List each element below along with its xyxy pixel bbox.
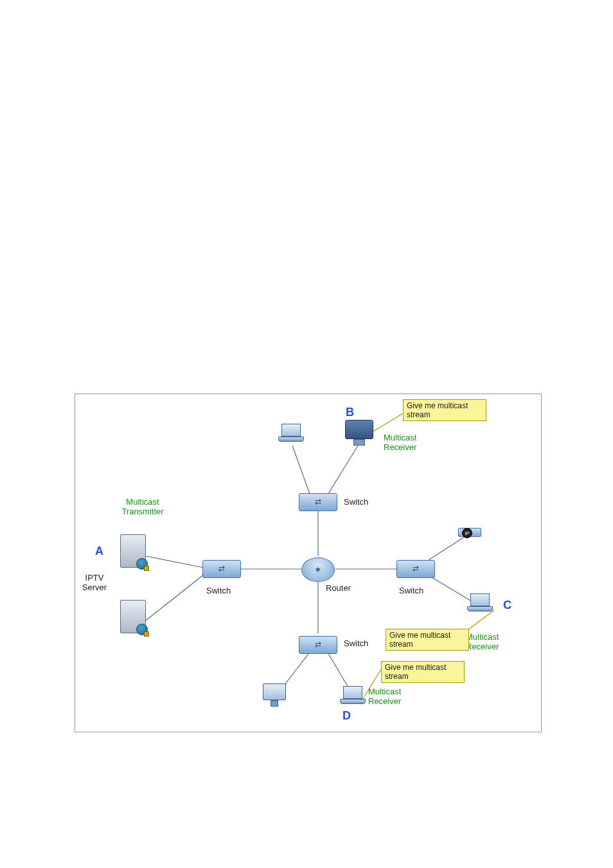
marker-c: C xyxy=(503,599,511,612)
multicast-receiver-b-label: Multicast Receiver xyxy=(384,433,435,452)
laptop-b1 xyxy=(278,424,304,444)
server-icon xyxy=(120,600,146,633)
laptop-icon xyxy=(467,593,493,614)
phone-icon: IP xyxy=(458,528,481,545)
switch-a xyxy=(202,560,241,578)
svg-line-5 xyxy=(327,446,358,496)
laptop-c xyxy=(467,593,493,614)
switch-icon xyxy=(299,636,337,654)
pc-d1 xyxy=(262,683,287,709)
page: Multicast Transmitter A IPTV Server Swit… xyxy=(0,0,613,868)
network-diagram: Multicast Transmitter A IPTV Server Swit… xyxy=(75,393,542,732)
laptop-d xyxy=(340,686,366,707)
note-b: Give me multicast stream xyxy=(403,399,486,421)
multicast-receiver-d-label: Multicast Receiver xyxy=(368,687,420,706)
iptv-server-1 xyxy=(120,534,146,568)
server-icon xyxy=(120,534,146,568)
note-c: Give me multicast stream xyxy=(386,629,469,651)
switch-b xyxy=(299,493,337,511)
svg-line-12 xyxy=(373,413,403,431)
switch-icon xyxy=(299,493,337,511)
desktop-icon xyxy=(262,683,287,709)
laptop-icon xyxy=(340,686,366,707)
marker-b: B xyxy=(346,406,354,419)
switch-icon xyxy=(396,560,435,578)
router xyxy=(301,557,335,582)
ip-phone: IP xyxy=(458,520,481,545)
switch-icon xyxy=(202,560,241,578)
router-label: Router xyxy=(326,583,351,593)
marker-d: D xyxy=(342,709,351,723)
laptop-icon xyxy=(278,424,304,444)
multicast-transmitter-label: Multicast Transmitter xyxy=(101,497,184,516)
svg-line-4 xyxy=(292,446,310,496)
svg-line-1 xyxy=(146,574,204,620)
desktop-icon xyxy=(345,420,373,448)
mac-b xyxy=(345,420,373,448)
switch-d xyxy=(299,636,337,654)
switch-c-label: Switch xyxy=(399,586,423,595)
router-icon xyxy=(301,557,335,582)
phone-badge: IP xyxy=(462,528,472,538)
iptv-server-2 xyxy=(120,600,146,633)
switch-a-label: Switch xyxy=(206,586,231,595)
marker-a: A xyxy=(95,545,103,558)
switch-b-label: Switch xyxy=(344,497,368,507)
iptv-server-label: IPTV Server xyxy=(75,573,114,592)
switch-d-label: Switch xyxy=(344,638,368,648)
svg-line-0 xyxy=(146,556,204,568)
switch-c xyxy=(396,560,435,578)
multicast-receiver-c-label: Multicast Receiver xyxy=(466,632,517,651)
note-d: Give me multicast stream xyxy=(381,661,465,683)
